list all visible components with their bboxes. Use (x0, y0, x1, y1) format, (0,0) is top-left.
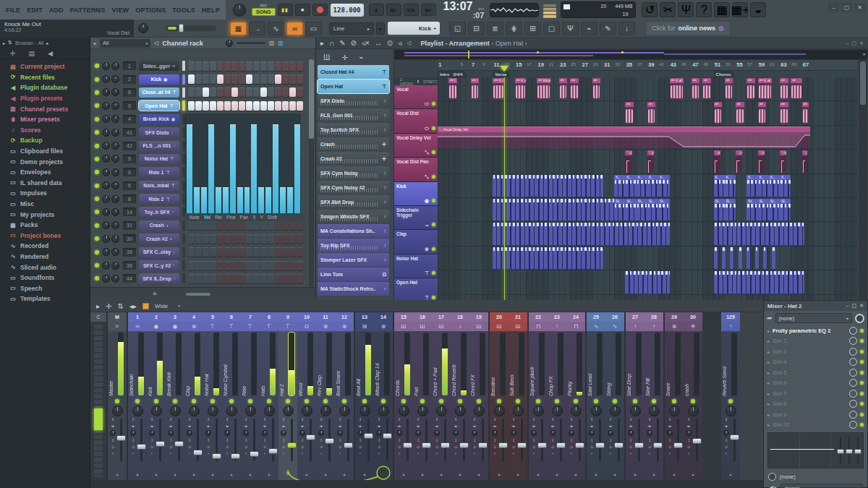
pattern-clip[interactable]: Si.. (746, 199, 757, 221)
strip-stereo-knob[interactable] (628, 430, 634, 436)
strip-rec-icon[interactable]: ⊙ (169, 445, 172, 449)
automation-clip[interactable]: ⤡ Vocal Delay Vol (438, 127, 810, 148)
step-cell[interactable] (195, 247, 202, 257)
save-icon[interactable]: ▦ (714, 2, 730, 17)
strip-fader[interactable] (459, 442, 469, 448)
slot-enable-led[interactable] (860, 423, 864, 427)
strip-sep-icon[interactable]: ↥ (111, 438, 114, 442)
timeline-marker[interactable]: ⊙4/4 (451, 71, 467, 77)
browser-item[interactable]: ▭Misc (0, 199, 90, 210)
browser-icon[interactable]: ▢ (543, 22, 560, 35)
strip-sep-icon[interactable]: ↥ (378, 438, 380, 442)
step-sequencer[interactable] (188, 234, 303, 244)
channel-enable-led[interactable] (95, 144, 99, 148)
strip-arrow-icon[interactable]: ⇕ (725, 417, 728, 421)
strip-pan-knob[interactable] (669, 406, 680, 416)
step-cell[interactable] (210, 87, 216, 97)
step-cell[interactable] (203, 74, 209, 84)
channel-pan-knob[interactable] (102, 262, 110, 270)
step-cell[interactable] (195, 274, 202, 283)
step-cell[interactable] (289, 61, 296, 71)
pattern-clip-run[interactable] (493, 247, 603, 269)
velocity-bar[interactable] (258, 187, 264, 213)
strip-pan-knob[interactable] (359, 406, 370, 416)
channel-volume-knob[interactable] (111, 195, 119, 203)
channel-pan-knob[interactable] (102, 62, 110, 70)
metronome-icon[interactable]: ⋔ (369, 4, 384, 16)
strip-route-arrow[interactable]: ▴ (613, 471, 616, 480)
step-cell[interactable] (195, 221, 202, 230)
channel-volume-knob[interactable] (111, 155, 119, 163)
step-cell[interactable] (195, 234, 202, 244)
track-enable-led[interactable] (432, 223, 435, 226)
strip-route-arrow[interactable]: ▴ (402, 471, 404, 480)
strip-rec-icon[interactable]: ⊙ (570, 445, 573, 449)
step-cell[interactable] (260, 261, 267, 270)
strip-arrow-icon[interactable]: ⇕ (169, 417, 172, 421)
mixer-arrows-icon[interactable]: ◂▸ (129, 302, 137, 310)
strip-stereo-knob[interactable] (281, 430, 286, 436)
picker-item[interactable]: SFX Cym Noisy #2↑ (318, 181, 389, 194)
strip-fader[interactable] (692, 438, 702, 444)
mixer-sort-icon[interactable]: ⇅ (117, 302, 123, 310)
step-sequencer[interactable] (188, 87, 303, 97)
strip-fader[interactable] (575, 442, 584, 448)
strip-route-arrow[interactable]: ▴ (155, 471, 157, 480)
velocity-bar[interactable] (208, 124, 214, 213)
step-cell[interactable] (231, 261, 238, 270)
pat-song-switch[interactable]: PAT SONG (252, 4, 276, 16)
audio-clip[interactable]: ⏮ V..al (758, 78, 772, 100)
strip-route-arrow[interactable]: ▴ (363, 471, 365, 480)
step-cell[interactable] (275, 74, 281, 84)
step-cell[interactable] (275, 274, 281, 283)
picker-item[interactable]: SFX 8bit Drop↑ (318, 195, 389, 209)
oscilloscope[interactable] (490, 3, 539, 17)
pattern-clip[interactable]: Si.. (625, 199, 636, 221)
strip-pan-knob[interactable] (132, 406, 143, 416)
zoom-icon[interactable]: ⊙ (387, 39, 393, 47)
mixer-color-swatch[interactable] (142, 303, 149, 309)
strip-rec-icon[interactable]: ⊙ (435, 445, 438, 449)
plugin-picker-icon[interactable]: Ψ (562, 22, 579, 35)
step-cell[interactable] (253, 87, 260, 97)
strip-arrow-icon[interactable]: ⇕ (551, 417, 554, 421)
step-cell[interactable] (203, 247, 209, 257)
mute-icon[interactable]: ◃× (362, 39, 370, 47)
strip-rec-icon[interactable]: ⊙ (629, 445, 632, 449)
pattern-indicator[interactable] (182, 234, 185, 244)
strip-route-arrow[interactable]: ▴ (498, 471, 500, 480)
step-cell[interactable] (282, 247, 289, 257)
track-enable-led[interactable] (432, 127, 435, 130)
pattern-clip[interactable]: Si.. (725, 199, 736, 221)
audio-clip[interactable]: ⏮ (647, 102, 655, 124)
strip-fader[interactable] (287, 442, 297, 448)
strip-pan-knob[interactable] (455, 406, 466, 416)
pattern-clip[interactable]: K.. (780, 175, 791, 197)
slot-mix-knob[interactable] (849, 358, 857, 366)
slot-mix-knob[interactable] (849, 390, 857, 398)
step-cell[interactable] (297, 261, 303, 270)
step-cell[interactable] (231, 101, 238, 111)
strip-mute-led[interactable] (574, 399, 578, 403)
step-cell[interactable] (289, 87, 296, 97)
channel-target-number[interactable]: 6 (123, 168, 136, 176)
fx-slot-8[interactable]: ▸Slot 8 (764, 399, 867, 410)
channel-enable-led[interactable] (95, 276, 99, 281)
picker-item[interactable]: Stomper Lazer SFX↑ (318, 253, 389, 267)
strip-arrow-icon[interactable]: ⇕ (320, 417, 323, 421)
velocity-bar[interactable] (201, 187, 207, 213)
step-cell[interactable] (217, 87, 224, 97)
channel-enable-led[interactable] (95, 236, 99, 241)
slot-mix-knob[interactable] (849, 379, 857, 387)
strip-rec-icon[interactable]: ⊙ (493, 445, 496, 449)
channel-target-number[interactable]: 38 (123, 261, 136, 270)
step-cell[interactable] (260, 274, 267, 283)
channel-button[interactable]: Close..at #4⊤ (139, 87, 179, 98)
strip-arrow-icon[interactable]: ◂▸ (493, 424, 496, 428)
strip-route-arrow[interactable]: ▴ (268, 471, 270, 480)
strip-arrow-icon[interactable]: ◂▸ (263, 424, 266, 428)
fx-slot-10[interactable]: ▸Slot 10 (764, 420, 867, 431)
options-icon[interactable]: ▸ (320, 39, 324, 47)
strip-route-arrow[interactable]: ▴ (652, 471, 655, 480)
fx-slot-3[interactable]: ▸Slot 3 (764, 346, 867, 357)
